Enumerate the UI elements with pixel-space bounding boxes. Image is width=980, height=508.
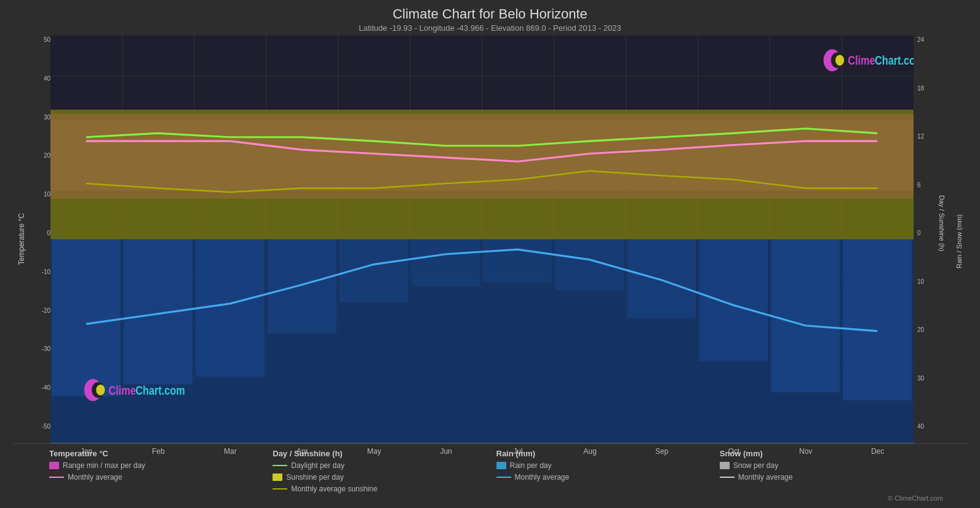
- svg-rect-28: [52, 240, 121, 397]
- svg-rect-38: [771, 240, 840, 393]
- tick-20: 20: [31, 152, 50, 159]
- legend-snow-avg-label: Monthly average: [738, 473, 793, 482]
- y-axis-right-sunshine-ticks: 24 18 12 6 0 10 20 30 40: [914, 35, 933, 443]
- legend-temp-avg-label: Monthly average: [68, 473, 122, 482]
- legend-daylight: Daylight per day: [273, 461, 496, 470]
- svg-rect-31: [268, 240, 337, 334]
- svg-point-42: [835, 55, 844, 66]
- legend-snow-avg: Monthly average: [720, 473, 943, 482]
- svg-rect-29: [124, 240, 193, 385]
- legend-rain-avg: Monthly average: [496, 473, 720, 482]
- y-axis-left-label-container: Temperature °C: [12, 35, 31, 443]
- rtick-12: 12: [917, 133, 933, 140]
- month-sep: Sep: [626, 447, 698, 456]
- legend-daylight-label: Daylight per day: [291, 461, 345, 470]
- svg-text:Clime: Clime: [109, 383, 136, 397]
- sunshine-swatch: [273, 474, 282, 481]
- rtick-10: 10: [917, 278, 933, 285]
- y-axis-rain-label: Rain / Snow (mm): [955, 214, 963, 268]
- legend-rain-avg-label: Monthly average: [515, 473, 570, 482]
- tick-0: 0: [31, 230, 50, 236]
- legend-temp-avg: Monthly average: [49, 473, 273, 482]
- month-jun: Jun: [410, 447, 482, 456]
- legend-rain-label: Rain per day: [510, 461, 552, 470]
- legend-snow-label: Snow per day: [733, 461, 778, 470]
- chart-plot-area: Clime Chart.com Clime Chart.com Jan Feb …: [50, 35, 914, 443]
- tick-minus40: -40: [31, 384, 50, 391]
- y-axis-left-ticks: 50 40 30 20 10 0 -10 -20 -30 -40 -50: [31, 35, 50, 443]
- temp-avg-line: [49, 477, 64, 478]
- chart-main: Clime Chart.com Clime Chart.com Jan Feb …: [50, 35, 914, 443]
- legend-sunshine-label: Sunshine per day: [286, 473, 343, 482]
- rtick-24: 24: [917, 36, 933, 43]
- rtick-6: 6: [917, 182, 933, 188]
- rtick-30: 30: [917, 375, 933, 382]
- svg-rect-37: [699, 240, 768, 361]
- month-mar: Mar: [194, 447, 266, 456]
- temp-range-swatch: [49, 462, 59, 469]
- daylight-line: [273, 465, 287, 466]
- title-section: Climate Chart for Belo Horizonte Latitud…: [12, 6, 968, 33]
- svg-rect-35: [555, 240, 624, 291]
- rain-avg-line: [496, 477, 511, 478]
- svg-point-47: [96, 384, 105, 395]
- month-feb: Feb: [122, 447, 194, 456]
- svg-rect-34: [484, 240, 552, 283]
- svg-rect-36: [627, 240, 696, 318]
- month-aug: Aug: [554, 447, 626, 456]
- legend-sunshine-avg: Monthly average sunshine: [273, 485, 496, 493]
- tick-minus50: -50: [31, 423, 50, 430]
- rtick-40: 40: [917, 423, 933, 430]
- legend-snow-swatch: Snow per day: [720, 461, 943, 470]
- month-apr: Apr: [266, 447, 338, 456]
- svg-rect-39: [843, 240, 912, 400]
- tick-minus10: -10: [31, 268, 50, 275]
- legend-snow-title: Snow (mm): [720, 449, 943, 458]
- tick-10: 10: [31, 191, 50, 198]
- rtick-18: 18: [917, 85, 933, 92]
- svg-rect-33: [412, 240, 480, 287]
- chart-subtitle: Latitude -19.93 - Longitude -43.966 - El…: [12, 23, 968, 33]
- month-jul: Jul: [482, 447, 554, 456]
- chart-svg: Clime Chart.com Clime Chart.com: [50, 35, 914, 443]
- legend-temp-range-label: Range min / max per day: [63, 461, 145, 470]
- chart-title: Climate Chart for Belo Horizonte: [12, 6, 968, 22]
- copyright: © ClimeChart.com: [12, 493, 968, 502]
- y-axis-sunshine-label: Day / Sunshine (h): [938, 195, 946, 251]
- tick-40: 40: [31, 75, 50, 82]
- y-axis-temperature-label: Temperature °C: [17, 213, 26, 265]
- svg-text:Chart.com: Chart.com: [135, 383, 185, 397]
- legend-snow: Snow (mm) Snow per day Monthly average: [720, 449, 943, 493]
- month-may: May: [338, 447, 410, 456]
- snow-avg-line: [720, 477, 735, 478]
- tick-minus30: -30: [31, 345, 50, 352]
- svg-text:Clime: Clime: [848, 54, 875, 68]
- sunshine-avg-line: [273, 488, 287, 490]
- main-container: Climate Chart for Belo Horizonte Latitud…: [0, 0, 980, 508]
- rtick-0-sun: 0: [917, 230, 933, 236]
- legend-temp-range: Range min / max per day: [49, 461, 273, 470]
- svg-text:Chart.com: Chart.com: [875, 54, 914, 68]
- rtick-20: 20: [917, 326, 933, 333]
- legend-sunshine-swatch: Sunshine per day: [273, 473, 496, 482]
- y-axis-right-rain-label-container: Rain / Snow (mm): [950, 35, 968, 443]
- tick-minus20: -20: [31, 307, 50, 314]
- legend-rain-swatch: Rain per day: [496, 461, 720, 470]
- tick-50-top: 50: [31, 36, 50, 43]
- y-axis-right-sunshine-label-container: Day / Sunshine (h): [933, 35, 950, 443]
- rain-swatch: [496, 462, 506, 469]
- month-jan: Jan: [50, 447, 122, 456]
- legend-sunshine-avg-label: Monthly average sunshine: [291, 485, 377, 493]
- snow-swatch: [720, 462, 730, 469]
- tick-30: 30: [31, 114, 50, 121]
